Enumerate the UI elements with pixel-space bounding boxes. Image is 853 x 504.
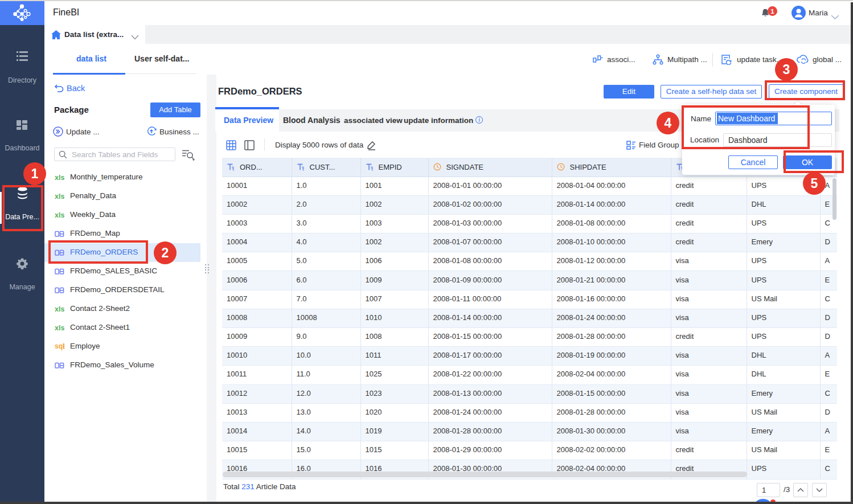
svg-text:xls: xls xyxy=(55,192,64,200)
svg-text:xls: xls xyxy=(55,211,64,219)
svg-text:xls: xls xyxy=(55,324,64,332)
svg-text:xls: xls xyxy=(55,305,64,313)
svg-text:xls: xls xyxy=(55,174,64,182)
svg-text:sql: sql xyxy=(55,342,64,350)
